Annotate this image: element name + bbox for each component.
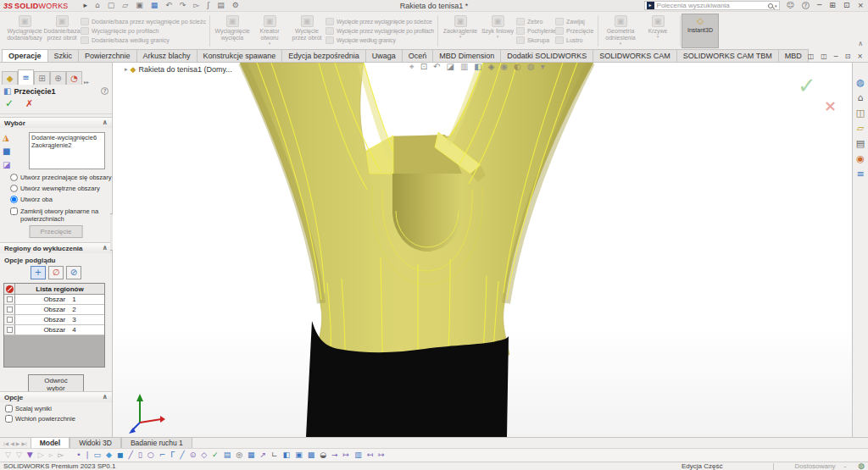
ribbon-button[interactable]: Skorupa [516, 36, 555, 44]
region-row[interactable]: Obszar2 [4, 305, 104, 315]
appearances-icon[interactable]: ◉ [856, 154, 865, 163]
design-table-icon[interactable]: ▤ [224, 451, 231, 459]
instant3d-button[interactable]: ◇ Instant3D [682, 14, 719, 48]
offset-icon[interactable]: ↦ [343, 451, 350, 459]
ribbon-button[interactable]: Dodanie/baza przez wyciągnięcie po ścież… [81, 18, 206, 25]
sketch-point-icon[interactable]: • [76, 451, 81, 459]
show-excluded-regions-icon[interactable]: ∅ [48, 266, 64, 279]
ribbon-button[interactable]: Żebro [516, 18, 555, 25]
ribbon-button[interactable]: ▣ Wyciągnięcie wycięcia [214, 14, 251, 48]
select-tool-icon[interactable]: ▻ [58, 451, 64, 459]
ribbon-button[interactable]: Pochylenie [516, 27, 555, 35]
commandmanager-tab[interactable]: Szkic [47, 49, 80, 62]
mirror-icon[interactable]: ◧ [283, 451, 291, 459]
minimize-icon[interactable]: ─ [817, 2, 821, 9]
globe-icon[interactable]: ◍ [858, 462, 865, 470]
save-icon[interactable]: ▣ [136, 2, 143, 9]
propertymanager-tab-icon[interactable]: ⊞ [34, 71, 50, 85]
centerpoint-arc-icon[interactable]: ⊙ [190, 451, 197, 459]
undo-icon[interactable]: ↶ [165, 2, 172, 9]
zoom-to-fit-icon[interactable]: ⌖ [409, 63, 415, 71]
custom-properties-icon[interactable]: ≡ [856, 169, 864, 179]
sketch-circle-icon[interactable]: ○ [147, 451, 154, 459]
intersect-tool-icon[interactable]: ◮ [3, 134, 10, 142]
ribbon-button[interactable]: Wyciągnięcie po profilach [81, 27, 206, 35]
selection-item[interactable]: Zaokrąglenie2 [31, 141, 103, 149]
sphere-icon[interactable]: ◒ [320, 451, 326, 459]
ribbon-button[interactable]: Lustro [555, 36, 594, 44]
grid-icon[interactable]: ▦ [248, 451, 255, 459]
filter-toggle-icon[interactable]: ▷ [38, 451, 44, 459]
ribbon-button[interactable]: Wycięcie według granicy [326, 36, 434, 44]
displaymanager-tab-icon[interactable]: ◔ [66, 71, 82, 85]
view-settings-icon[interactable]: ▾ [541, 63, 545, 71]
checkbox-consume-surfaces[interactable]: Wchłoń powierzchnie [5, 415, 75, 423]
sketch-slash-icon[interactable]: ╱ [128, 451, 132, 459]
sketch-slot-icon[interactable]: ▯ [138, 451, 142, 459]
ribbon-button[interactable]: ▣ Wycięcie przez obrót [288, 14, 326, 48]
search-icon[interactable] [768, 3, 773, 8]
ribbon-button[interactable]: Wycięcie przez wyciągnięcie po ścieżce [326, 18, 434, 25]
help-icon[interactable]: ? [101, 87, 108, 95]
print-icon[interactable]: ▦ [151, 2, 159, 9]
sketch-corner-icon[interactable]: ⌐ [159, 451, 166, 459]
open-file-icon[interactable]: ▱ [122, 2, 128, 9]
tab-nav-icon[interactable]: ◀ [10, 440, 14, 446]
intersect-button[interactable]: Przecięcie [30, 225, 83, 238]
commandmanager-tab[interactable]: Powierzchnie [78, 49, 137, 62]
filter-edges-icon[interactable]: ▽ [16, 451, 22, 459]
document-tab[interactable]: Widoki 3D [70, 437, 121, 448]
sketch-rectangle-icon[interactable]: ▭ [94, 451, 102, 459]
sketch-line2-icon[interactable]: ╱ [180, 451, 184, 459]
user-icon[interactable]: ☺ [787, 2, 794, 9]
close-icon[interactable]: × [857, 2, 864, 9]
ok-check-icon[interactable]: ✓ [212, 451, 219, 459]
tab-nav-icon[interactable]: |◀ [3, 440, 8, 446]
ribbon-button[interactable]: Dodanie/baza według granicy [81, 36, 206, 44]
surface-body-icon[interactable]: ◪ [3, 161, 10, 169]
solid-body-icon[interactable]: ■ [3, 147, 10, 156]
home-tab-icon[interactable]: ⌂ [858, 93, 864, 102]
zoom-to-area-icon[interactable]: ⊡ [420, 63, 427, 71]
previous-view-icon[interactable]: ↶ [433, 63, 440, 71]
tab-nav-icon[interactable]: ▶ [16, 440, 20, 446]
view-orientation-icon[interactable]: ◧ [474, 63, 481, 71]
region-checkbox[interactable] [7, 307, 13, 312]
attach-icon[interactable]: ʃ [207, 2, 209, 9]
document-tab[interactable]: Model [31, 437, 70, 448]
confirm-ok-button[interactable]: ✓ [798, 75, 816, 97]
section-regions[interactable]: Regiony do wykluczenia ∧ [0, 242, 112, 253]
maximize-icon[interactable]: ⊞ [829, 2, 836, 9]
flyout-arrow-icon[interactable]: ▸ [84, 2, 88, 9]
search-input[interactable]: ▸ Polecenia wyszukiwania ▾ [644, 1, 780, 10]
3dexperience-icon[interactable]: ◍ [856, 78, 865, 87]
apply-scene-icon[interactable]: ◍ [527, 63, 535, 71]
commandmanager-tab[interactable]: Oceń [402, 49, 434, 62]
angle-icon[interactable]: ∟ [271, 451, 278, 459]
hide-show-items-icon[interactable]: ◉ [500, 63, 508, 71]
smart-dimension-icon[interactable]: ◇ [201, 451, 207, 459]
ribbon-button[interactable]: ▣ Zaokrąglenie▾ [442, 14, 479, 48]
file-explorer-icon[interactable]: ▱ [857, 124, 864, 133]
region-row[interactable]: Obszar1 [4, 295, 104, 305]
feature-tree-flyout[interactable]: ▸ ◆ Rakieta do tenisa1 (Domy... [125, 65, 232, 74]
commandmanager-tab[interactable]: Operacje [2, 49, 48, 62]
show-included-regions-icon[interactable]: + [31, 266, 46, 279]
boss-extrude-icon[interactable]: ◆ [106, 451, 112, 459]
part-tab-icon[interactable]: ◆ [2, 71, 18, 85]
model-3d-view[interactable] [113, 63, 852, 437]
checkbox-merge-results[interactable]: Scalaj wyniki [5, 405, 52, 412]
ribbon-button[interactable]: ▣ Dodanie/baza przez obrót [43, 14, 81, 48]
ribbon-button[interactable]: Zawijaj [555, 18, 594, 25]
region-row[interactable]: Obszar3 [4, 315, 104, 325]
properties-icon[interactable]: ▤ [217, 2, 225, 9]
region-row[interactable]: Obszar4 [4, 325, 104, 335]
region-checkbox[interactable] [7, 296, 13, 302]
help-icon[interactable]: ? [802, 2, 810, 9]
ribbon-button[interactable]: ▣ Krzywe▾ [639, 14, 676, 48]
filter-vertices-icon[interactable]: ▽ [5, 451, 11, 459]
commandmanager-tab[interactable]: Uwaga [365, 49, 403, 62]
commandmanager-tab[interactable]: Arkusz blachy [136, 49, 198, 62]
sketch-fillet-icon[interactable]: Γ [170, 451, 175, 459]
redo-icon[interactable]: ↷ [180, 2, 186, 9]
